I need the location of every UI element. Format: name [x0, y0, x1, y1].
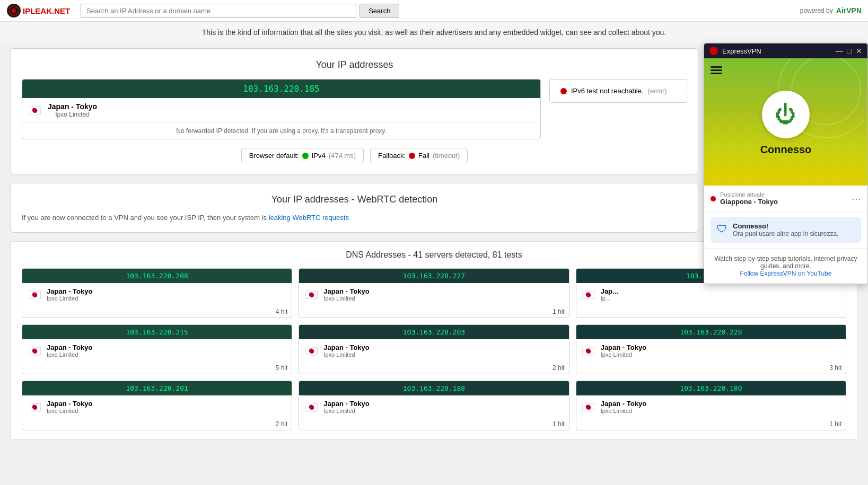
dns-details: Japan - Tokyo Ipxo Limited — [601, 400, 841, 414]
dns-card: 103.163.220.201 🇯🇵 Japan - Tokyo Ipxo Li… — [22, 381, 292, 430]
connected-title: Connesso! — [733, 222, 838, 230]
connected-box: 🛡 Connesso! Ora puoi usare altre app in … — [711, 217, 861, 243]
dns-location: 🇯🇵 Japan - Tokyo Ipxo Limited — [576, 339, 846, 362]
header: IPLEAK.NET Search powered by AirVPN — [0, 0, 868, 22]
dns-flag: 🇯🇵 — [27, 289, 42, 300]
dns-hits: 3 hit — [576, 362, 846, 374]
dns-details: Japan - Tokyo Ipxo Limited — [323, 343, 564, 358]
dns-country: Japan - Tokyo — [323, 343, 564, 351]
dns-location: 🇯🇵 Japan - Tokyo Ipxo Limited — [299, 395, 568, 418]
dns-location: 🇯🇵 Japan - Tokyo Ipxo Limited — [299, 339, 568, 362]
webrtc-title: Your IP addresses - WebRTC detection — [22, 194, 687, 205]
airvpn-logo: AirVPN — [836, 6, 862, 15]
dns-isp: Ipxo Limited — [323, 351, 564, 358]
expressvpn-footer: Watch step-by-step setup tutorials, inte… — [704, 248, 867, 284]
fallback-pill: Fallback: Fail (timeout) — [370, 148, 468, 163]
dns-card: 103.163.220.188 🇯🇵 Japan - Tokyo Ipxo Li… — [299, 381, 569, 430]
logo-text: IPLEAK.NET — [23, 6, 70, 15]
fallback-label: Fallback: — [378, 152, 406, 160]
dns-country: Japan - Tokyo — [323, 400, 564, 408]
dns-flag: 🇯🇵 — [581, 346, 597, 356]
expressvpn-location-row[interactable]: Posizione attuale Giappone - Tokyo ⋯ — [704, 186, 867, 211]
main-ip-bar: 103.163.220.185 — [22, 80, 540, 98]
dns-hits: 2 hit — [299, 362, 568, 374]
dns-location: 🇯🇵 Japan - Tokyo Ipxo Limited — [22, 339, 292, 362]
dns-flag: 🇯🇵 — [27, 402, 42, 412]
window-controls[interactable]: — □ ✕ — [836, 47, 862, 55]
ip-country: Japan - Tokyo — [48, 102, 97, 111]
dns-hits: 1 hit — [299, 306, 568, 318]
minimize-button[interactable]: — — [836, 47, 843, 55]
webrtc-section: Your IP addresses - WebRTC detection If … — [11, 183, 698, 233]
close-button[interactable]: ✕ — [856, 47, 862, 55]
dns-isp: Ipxo Limited — [47, 351, 287, 358]
location-value: Giappone - Tokyo — [720, 198, 852, 206]
main-ip-card: 103.163.220.185 🇯🇵 Japan - Tokyo Ipxo Li… — [22, 79, 541, 139]
expressvpn-body: ⏻ Connesso — [704, 58, 867, 186]
dns-card: 103.163.220.208 🇯🇵 Japan - Tokyo Ipxo Li… — [22, 268, 292, 318]
dns-hits: 2 hit — [22, 418, 292, 430]
dns-ip-bar: 103.163.220.215 — [22, 325, 292, 339]
footer-text: Watch step-by-step setup tutorials, inte… — [711, 255, 861, 270]
footer-link[interactable]: Follow ExpressVPN on YouTube — [711, 270, 861, 277]
dns-details: Japan - Tokyo Ipxo Limited — [47, 343, 287, 358]
expressvpn-icon — [709, 47, 718, 55]
browser-default-pill: Browser default: IPv4 (474 ms) — [241, 148, 364, 163]
dns-location: 🇯🇵 Jap... Ip... — [576, 283, 846, 306]
dns-location: 🇯🇵 Japan - Tokyo Ipxo Limited — [299, 283, 568, 306]
connected-text: Connesso! Ora puoi usare altre app in si… — [733, 222, 838, 237]
logo-icon — [6, 3, 21, 18]
dns-ip-bar: 103.163.220.201 — [22, 381, 292, 395]
tagline: This is the kind of information that all… — [0, 22, 868, 43]
dns-details: Japan - Tokyo Ipxo Limited — [601, 343, 841, 358]
location-options-button[interactable]: ⋯ — [852, 193, 861, 205]
dns-isp: Ip... — [601, 295, 841, 302]
dns-details: Japan - Tokyo Ipxo Limited — [47, 400, 287, 414]
ip-section-title: Your IP addresses — [22, 59, 687, 70]
dns-location: 🇯🇵 Japan - Tokyo Ipxo Limited — [22, 283, 292, 306]
dns-country: Japan - Tokyo — [47, 287, 287, 295]
dns-country: Japan - Tokyo — [47, 343, 287, 351]
ipv6-label: IPv6 test not reachable. — [571, 87, 644, 95]
ipv6-error: (error) — [648, 87, 667, 95]
logo: IPLEAK.NET — [6, 3, 70, 18]
location-text: Posizione attuale Giappone - Tokyo — [720, 191, 852, 206]
expressvpn-window: ExpressVPN — □ ✕ ⏻ Connesso — [704, 43, 868, 284]
dns-ip-bar: 103.163.220.180 — [576, 381, 846, 395]
ip-location: 🇯🇵 Japan - Tokyo Ipxo Limited — [22, 98, 540, 122]
main-content: Your IP addresses 103.163.220.185 🇯🇵 Jap… — [0, 43, 868, 453]
browser-default-label: Browser default: — [249, 152, 299, 160]
ip-row: 103.163.220.185 🇯🇵 Japan - Tokyo Ipxo Li… — [22, 79, 687, 139]
dns-flag: 🇯🇵 — [303, 289, 319, 300]
search-input[interactable] — [81, 4, 356, 18]
search-area: Search — [81, 4, 790, 18]
dns-isp: Ipxo Limited — [601, 408, 841, 414]
dns-details: Japan - Tokyo Ipxo Limited — [323, 287, 564, 302]
dns-card: 103.163.220.227 🇯🇵 Japan - Tokyo Ipxo Li… — [299, 268, 569, 318]
dns-country: Japan - Tokyo — [601, 400, 841, 408]
dns-hits: 5 hit — [22, 362, 292, 374]
dns-details: Japan - Tokyo Ipxo Limited — [47, 287, 287, 302]
ip-details: Japan - Tokyo Ipxo Limited — [48, 102, 97, 118]
dns-country: Jap... — [601, 287, 841, 295]
maximize-button[interactable]: □ — [847, 47, 852, 55]
expressvpn-title: ExpressVPN — [722, 47, 831, 55]
connected-subtitle: Ora puoi usare altre app in sicurezza. — [733, 230, 838, 237]
dns-isp: Ipxo Limited — [323, 295, 564, 302]
dns-hits: 1 hit — [299, 418, 568, 430]
dns-card: 103.163.220.215 🇯🇵 Japan - Tokyo Ipxo Li… — [22, 324, 292, 374]
dns-ip-bar: 103.163.220.208 — [22, 269, 292, 283]
search-button[interactable]: Search — [360, 4, 399, 18]
svg-point-4 — [792, 58, 861, 125]
dns-flag: 🇯🇵 — [581, 402, 597, 412]
fallback-timeout: (timeout) — [433, 152, 460, 160]
dns-isp: Ipxo Limited — [323, 408, 564, 414]
ip-isp: Ipxo Limited — [48, 111, 97, 118]
ipv6-card: IPv6 test not reachable. (error) — [549, 79, 687, 103]
dns-isp: Ipxo Limited — [601, 351, 841, 358]
dns-card: 103.163.220.203 🇯🇵 Japan - Tokyo Ipxo Li… — [299, 324, 569, 374]
webrtc-link[interactable]: leaking WebRTC requests — [269, 214, 349, 222]
dns-country: Japan - Tokyo — [47, 400, 287, 408]
dns-location: 🇯🇵 Japan - Tokyo Ipxo Limited — [576, 395, 846, 418]
svg-point-2 — [12, 8, 16, 13]
